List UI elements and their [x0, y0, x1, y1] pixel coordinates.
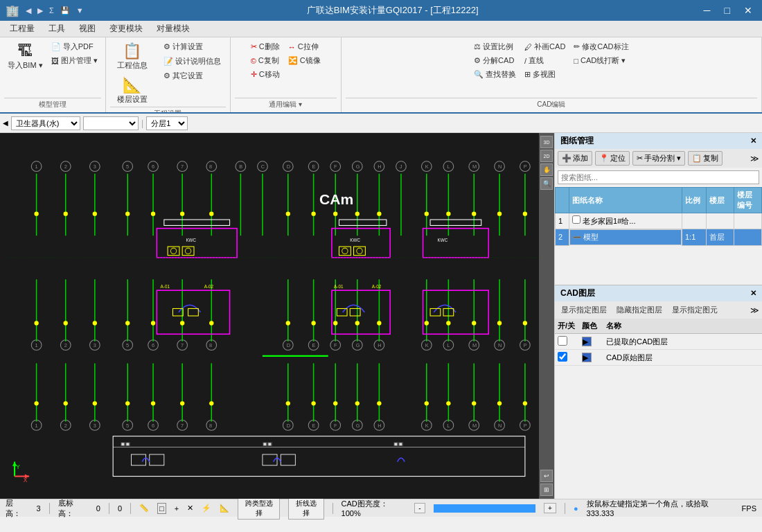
- svg-point-160: [446, 321, 450, 325]
- multiview-btn[interactable]: ⊞ 多视图: [521, 68, 569, 81]
- tool-pan[interactable]: ✋: [540, 163, 553, 176]
- measure-icon[interactable]: 📏: [139, 504, 149, 513]
- set-scale-btn[interactable]: ⚖ 设置比例: [470, 40, 520, 53]
- supplement-cad-btn[interactable]: 🖊 补画CAD: [521, 40, 569, 53]
- manual-split-btn[interactable]: ✂ 手动分割 ▾: [632, 151, 685, 166]
- svg-text:KWC: KWC: [350, 238, 360, 242]
- note-icon: ✏: [574, 42, 580, 51]
- expand-layer-btn[interactable]: ≫: [750, 305, 759, 315]
- drawing-panel-close[interactable]: ✕: [750, 136, 756, 145]
- tool-grid[interactable]: ⊞: [540, 484, 553, 496]
- locate-btn[interactable]: 📍 定位: [595, 151, 630, 166]
- cross-select-btn[interactable]: 跨类型选择: [238, 497, 280, 520]
- svg-text:3: 3: [94, 163, 96, 170]
- tool-zoom[interactable]: 🔍: [540, 177, 553, 190]
- svg-text:M: M: [472, 342, 477, 348]
- project-info-btn[interactable]: 📋 工程信息: [112, 40, 153, 73]
- line-btn[interactable]: / 直线: [521, 54, 569, 67]
- svg-point-239: [355, 401, 360, 405]
- svg-text:L: L: [447, 342, 450, 348]
- forward-btn[interactable]: ▶: [35, 6, 45, 16]
- import-pdf-btn[interactable]: 📄 导入PDF: [48, 40, 101, 53]
- status-bar: 层高： 3 底标高： 0 0 📏 □ + ✕ ⚡ 📐 跨类型选择 折线选择 CA…: [0, 499, 762, 517]
- close-btn[interactable]: ✕: [740, 3, 756, 17]
- tool-2d[interactable]: 2D: [540, 150, 553, 162]
- row1-check[interactable]: [572, 215, 581, 224]
- decompose-cad-btn[interactable]: ⚙ 分解CAD: [470, 54, 520, 67]
- break-cad-btn[interactable]: □ CAD线打断 ▾: [570, 54, 632, 67]
- layer-row-2[interactable]: ▶ CAD原始图层: [555, 350, 762, 366]
- drawing-row-2[interactable]: 2 模型 1:1 首层: [556, 229, 762, 246]
- project-info-icon: 📋: [123, 42, 141, 60]
- import-bim-btn[interactable]: 🏗 导入BIM ▾: [4, 40, 46, 98]
- back-btn[interactable]: ◀: [24, 6, 33, 16]
- modify-cad-note-btn[interactable]: ✏ 修改CAD标注: [570, 40, 632, 53]
- tool-3d[interactable]: 3D: [540, 136, 553, 148]
- layer-row-1[interactable]: ▶ 已提取的CAD图层: [555, 334, 762, 350]
- brightness-bar[interactable]: [434, 504, 535, 513]
- sum-btn[interactable]: Σ: [47, 6, 56, 15]
- restore-btn[interactable]: □: [720, 3, 734, 17]
- menu-biangeng[interactable]: 变更模块: [103, 21, 150, 36]
- c-mirror-btn[interactable]: 🔀 C镜像: [285, 54, 324, 67]
- dropdown-arrow[interactable]: ▼: [74, 6, 86, 15]
- show-layer-btn[interactable]: 显示指定图层: [558, 303, 610, 317]
- svg-point-157: [355, 321, 360, 325]
- ribbon-settings-buttons: 📋 工程信息 📐 楼层设置 ⚙ 计算设置 📝 设计说明信息 ⚙: [112, 40, 224, 107]
- floor-settings-btn[interactable]: 📐 楼层设置: [112, 74, 153, 107]
- cross-icon[interactable]: +: [175, 504, 179, 513]
- zoom-plus-btn[interactable]: +: [544, 503, 556, 513]
- toolbar-arrow-left[interactable]: ◀: [3, 119, 8, 127]
- minimize-btn[interactable]: ─: [700, 3, 715, 17]
- calc-settings-btn[interactable]: ⚙ 计算设置: [160, 40, 224, 53]
- svg-point-159: [425, 321, 429, 325]
- svg-text:F: F: [334, 342, 337, 348]
- rect-select-icon[interactable]: □: [157, 503, 166, 514]
- expand-btn[interactable]: ≫: [750, 154, 759, 163]
- category-select[interactable]: 卫生器具(水): [11, 116, 80, 130]
- hide-layer-btn[interactable]: 隐藏指定图层: [613, 303, 666, 317]
- layer2-check[interactable]: [558, 352, 567, 362]
- other-settings-btn[interactable]: ⚙ 其它设置: [160, 69, 224, 82]
- add-drawing-btn[interactable]: ➕ 添加: [558, 151, 592, 166]
- cad-layer-close[interactable]: ✕: [750, 289, 756, 298]
- image-manage-btn[interactable]: 🖼 图片管理 ▾: [48, 54, 101, 67]
- title-bar-left: 🏢 ◀ ▶ Σ 💾 ▼: [6, 4, 86, 17]
- svg-text:P: P: [524, 423, 527, 429]
- subcategory-select[interactable]: [83, 116, 139, 130]
- copy-drawing-btn[interactable]: 📋 复制: [688, 151, 723, 166]
- supplement-label: 补画CAD: [534, 42, 565, 52]
- design-desc-btn[interactable]: 📝 设计说明信息: [160, 55, 224, 68]
- drawing-row-1[interactable]: 1 老乡家园1#给...: [556, 213, 762, 229]
- svg-text:6: 6: [152, 163, 154, 170]
- c-delete-btn[interactable]: ✂ C删除: [247, 40, 283, 53]
- save-btn[interactable]: 💾: [58, 6, 72, 16]
- menu-shitu[interactable]: 视图: [72, 21, 103, 36]
- note-label: 修改CAD标注: [582, 42, 628, 52]
- delete-label: C删除: [259, 42, 280, 52]
- menu-gongchengliang[interactable]: 工程量: [3, 21, 42, 36]
- drawing-search[interactable]: [558, 170, 759, 184]
- layer1-check[interactable]: [558, 336, 567, 346]
- find-replace-btn[interactable]: 🔍 查找替换: [470, 68, 520, 81]
- svg-text:M: M: [472, 423, 477, 429]
- svg-point-74: [446, 211, 450, 215]
- c-stretch-btn[interactable]: ↔ C拉伸: [285, 40, 324, 53]
- col-ratio: 比例: [682, 188, 707, 213]
- menu-gongju[interactable]: 工具: [42, 21, 72, 36]
- tool-icon1[interactable]: ✕: [187, 504, 193, 513]
- tool-icon2[interactable]: ⚡: [202, 504, 211, 513]
- show-element-btn[interactable]: 显示指定图元: [668, 303, 721, 317]
- menu-duilian[interactable]: 对量模块: [150, 21, 197, 36]
- cad-canvas[interactable]: 1 2 3 5 6 7 8 B C D E: [0, 133, 554, 499]
- col-color: 颜色: [579, 319, 603, 334]
- c-copy-btn[interactable]: © C复制: [247, 54, 283, 67]
- zoom-minus-btn[interactable]: -: [414, 503, 425, 513]
- tool-icon3[interactable]: 📐: [220, 504, 229, 513]
- fold-select-btn[interactable]: 折线选择: [288, 497, 324, 520]
- floor-select[interactable]: 分层1: [146, 116, 188, 130]
- layer2-toggle: [555, 350, 579, 366]
- c-move-btn[interactable]: ✛ C移动: [247, 68, 283, 81]
- tool-rotate[interactable]: ↩: [540, 470, 553, 482]
- svg-point-65: [151, 211, 155, 215]
